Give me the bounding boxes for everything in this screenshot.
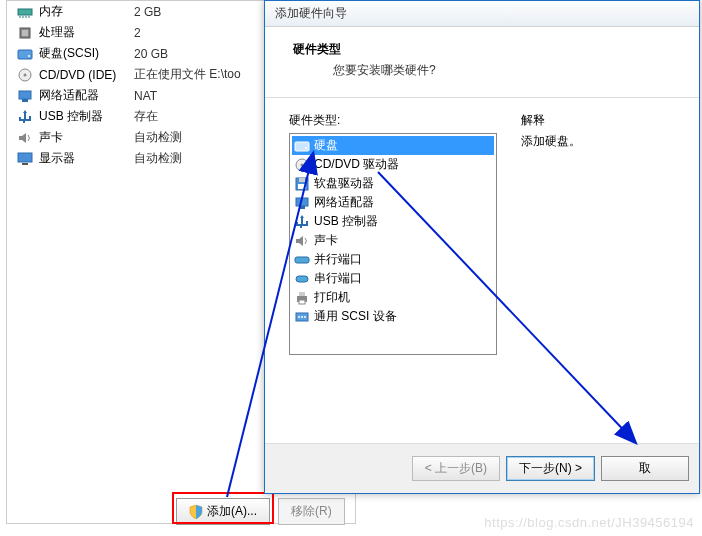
- hardware-list-item-label: CD/DVD 驱动器: [314, 156, 399, 173]
- svg-rect-28: [299, 300, 305, 304]
- svg-point-10: [24, 73, 27, 76]
- scsi-icon: [294, 309, 310, 325]
- settings-row-value: 存在: [134, 108, 158, 125]
- settings-row-value: NAT: [134, 89, 157, 103]
- settings-row-label: CD/DVD (IDE): [39, 68, 134, 82]
- hardware-list-item[interactable]: 通用 SCSI 设备: [292, 307, 494, 326]
- dialog-title-text: 添加硬件向导: [275, 6, 347, 20]
- sound-icon: [17, 130, 33, 146]
- hardware-list-item-label: 软盘驱动器: [314, 175, 374, 192]
- hardware-list-column: 硬件类型: 硬盘CD/DVD 驱动器软盘驱动器网络适配器USB 控制器声卡并行端…: [289, 112, 497, 355]
- settings-row-label: 处理器: [39, 24, 134, 41]
- cancel-button-label: 取: [639, 461, 651, 475]
- cd-icon: [17, 67, 33, 83]
- shield-icon: [189, 505, 203, 519]
- svg-point-8: [28, 55, 30, 57]
- hardware-list-item[interactable]: 网络适配器: [292, 193, 494, 212]
- hardware-list-item-label: USB 控制器: [314, 213, 378, 230]
- hardware-list-item-label: 声卡: [314, 232, 338, 249]
- settings-row-label: 硬盘(SCSI): [39, 45, 134, 62]
- usb-icon: [17, 109, 33, 125]
- svg-point-16: [305, 147, 307, 149]
- add-button-label: 添加(A)...: [207, 503, 257, 520]
- dialog-title-bar: 添加硬件向导: [265, 1, 699, 27]
- bottom-button-bar: 添加(A)... 移除(R): [176, 498, 345, 525]
- dialog-footer: < 上一步(B) 下一步(N) > 取: [265, 443, 699, 493]
- svg-rect-7: [18, 50, 32, 59]
- settings-row-value: 正在使用文件 E:\too: [134, 66, 241, 83]
- hardware-type-listbox[interactable]: 硬盘CD/DVD 驱动器软盘驱动器网络适配器USB 控制器声卡并行端口串行端口打…: [289, 133, 497, 355]
- floppy-icon: [294, 176, 310, 192]
- svg-rect-11: [19, 91, 31, 99]
- usb-icon: [294, 214, 310, 230]
- hardware-list-item[interactable]: 打印机: [292, 288, 494, 307]
- back-button-label: < 上一步(B): [425, 461, 487, 475]
- hdd-icon: [294, 138, 310, 154]
- svg-rect-25: [296, 276, 308, 282]
- svg-rect-23: [299, 206, 305, 209]
- remove-button-label: 移除(R): [291, 503, 332, 520]
- sound-icon: [294, 233, 310, 249]
- svg-rect-12: [22, 99, 28, 102]
- svg-rect-21: [298, 184, 306, 189]
- settings-row-value: 自动检测: [134, 129, 182, 146]
- hardware-list-item[interactable]: 并行端口: [292, 250, 494, 269]
- printer-icon: [294, 290, 310, 306]
- cancel-button[interactable]: 取: [601, 456, 689, 481]
- svg-rect-27: [299, 292, 305, 296]
- svg-point-18: [301, 163, 304, 166]
- description-column: 解释 添加硬盘。: [521, 112, 675, 355]
- cpu-icon: [17, 25, 33, 41]
- hardware-list-label: 硬件类型:: [289, 112, 497, 129]
- svg-rect-15: [295, 142, 309, 151]
- svg-point-32: [304, 316, 306, 318]
- hardware-list-item-label: 并行端口: [314, 251, 362, 268]
- dialog-header-title: 硬件类型: [293, 41, 671, 58]
- add-hardware-wizard-dialog: 添加硬件向导 硬件类型 您要安装哪类硬件? 硬件类型: 硬盘CD/DVD 驱动器…: [264, 0, 700, 494]
- back-button: < 上一步(B): [412, 456, 500, 481]
- cd-icon: [294, 157, 310, 173]
- dialog-body: 硬件类型: 硬盘CD/DVD 驱动器软盘驱动器网络适配器USB 控制器声卡并行端…: [265, 98, 699, 369]
- display-icon: [17, 151, 33, 167]
- hdd-icon: [17, 46, 33, 62]
- remove-button: 移除(R): [278, 498, 345, 525]
- dialog-header: 硬件类型 您要安装哪类硬件?: [265, 27, 699, 98]
- settings-row-value: 2 GB: [134, 5, 161, 19]
- hardware-list-item-label: 通用 SCSI 设备: [314, 308, 397, 325]
- next-button-label: 下一步(N) >: [519, 461, 582, 475]
- hardware-list-item[interactable]: 硬盘: [292, 136, 494, 155]
- dialog-header-subtitle: 您要安装哪类硬件?: [333, 62, 671, 79]
- settings-row-value: 20 GB: [134, 47, 168, 61]
- hardware-list-item[interactable]: 声卡: [292, 231, 494, 250]
- settings-row-value: 2: [134, 26, 141, 40]
- settings-row-label: USB 控制器: [39, 108, 134, 125]
- hardware-list-item-label: 串行端口: [314, 270, 362, 287]
- hardware-list-item-label: 硬盘: [314, 137, 338, 154]
- next-button[interactable]: 下一步(N) >: [506, 456, 595, 481]
- svg-point-31: [301, 316, 303, 318]
- hardware-list-item-label: 网络适配器: [314, 194, 374, 211]
- settings-row-label: 内存: [39, 3, 134, 20]
- net-icon: [17, 88, 33, 104]
- hardware-list-item-label: 打印机: [314, 289, 350, 306]
- net-icon: [294, 195, 310, 211]
- svg-rect-0: [18, 9, 32, 15]
- parallel-icon: [294, 252, 310, 268]
- svg-rect-24: [295, 257, 309, 263]
- description-text: 添加硬盘。: [521, 133, 675, 150]
- hardware-list-item[interactable]: CD/DVD 驱动器: [292, 155, 494, 174]
- hardware-list-item[interactable]: USB 控制器: [292, 212, 494, 231]
- settings-row-label: 网络适配器: [39, 87, 134, 104]
- svg-rect-22: [296, 198, 308, 206]
- settings-row-label: 声卡: [39, 129, 134, 146]
- add-button[interactable]: 添加(A)...: [176, 498, 270, 525]
- svg-rect-13: [18, 153, 32, 162]
- settings-row-label: 显示器: [39, 150, 134, 167]
- svg-rect-20: [299, 178, 305, 182]
- hardware-list-item[interactable]: 串行端口: [292, 269, 494, 288]
- svg-point-30: [298, 316, 300, 318]
- serial-icon: [294, 271, 310, 287]
- hardware-list-item[interactable]: 软盘驱动器: [292, 174, 494, 193]
- svg-rect-6: [22, 30, 28, 36]
- watermark-text: https://blog.csdn.net/JH39456194: [484, 515, 694, 530]
